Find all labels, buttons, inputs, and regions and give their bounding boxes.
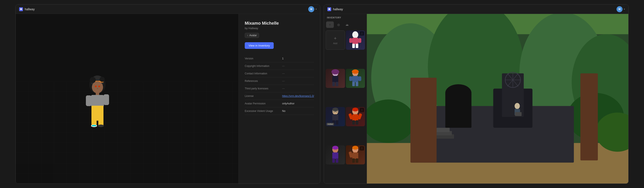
- svg-rect-11: [92, 115, 96, 125]
- inventory-item-4[interactable]: Active: [326, 107, 345, 126]
- view-inventory-button[interactable]: View in Inventory: [245, 42, 274, 49]
- svg-point-19: [100, 77, 105, 82]
- svg-rect-29: [332, 82, 335, 86]
- svg-point-20: [352, 31, 358, 38]
- svg-rect-50: [356, 120, 358, 125]
- info-value-0: 1: [282, 55, 314, 62]
- svg-rect-28: [332, 76, 338, 82]
- right-chevron-down-icon: ▾: [624, 8, 625, 10]
- inventory-panel: INVENTORY ↑ ◎ ⛰ + Add: [324, 14, 367, 184]
- item-7-more-icon[interactable]: ⋮: [360, 146, 364, 151]
- svg-point-32: [352, 69, 359, 74]
- avatar-tag-label: Avatar: [250, 34, 257, 37]
- right-window-title: hallway: [333, 7, 343, 11]
- info-table-row-0: Version1: [245, 55, 314, 62]
- svg-rect-24: [349, 38, 352, 43]
- inventory-item-3[interactable]: [346, 69, 365, 88]
- info-link-5[interactable]: https://vrm.dev/licenses/1.0/: [282, 95, 314, 98]
- svg-rect-49: [352, 120, 355, 125]
- svg-rect-45: [336, 120, 338, 125]
- svg-point-27: [332, 69, 339, 74]
- info-table-row-7: Excessive Violent UsageNo: [245, 107, 314, 115]
- svg-rect-30: [336, 82, 338, 86]
- titlebar-right-group: M ▾: [308, 6, 317, 12]
- info-table-row-6: Avatar PermissiononlyAuthor: [245, 100, 314, 107]
- inventory-item-2[interactable]: [326, 69, 345, 88]
- svg-rect-21: [352, 38, 358, 44]
- info-label-4: Third party licensses: [245, 85, 282, 92]
- svg-rect-36: [349, 76, 352, 81]
- person-icon: ↑: [247, 34, 248, 37]
- svg-point-14: [98, 125, 104, 127]
- info-table: Version1Copyright Information—Contact In…: [245, 55, 314, 115]
- right-titlebar: hallway M ▾: [324, 4, 628, 14]
- svg-point-82: [445, 84, 472, 102]
- left-window-title: hallway: [25, 7, 35, 11]
- svg-rect-9: [91, 95, 104, 107]
- svg-rect-34: [352, 82, 355, 86]
- info-label-7: Excessive Violent Usage: [245, 107, 282, 115]
- svg-point-7: [97, 88, 98, 89]
- logo-diamond: [20, 8, 22, 10]
- user-avatar-badge[interactable]: M: [308, 6, 314, 12]
- tab-upload[interactable]: ↑: [326, 21, 334, 28]
- avatar-figure-2: [327, 69, 344, 88]
- tab-landscape[interactable]: ⛰: [343, 21, 351, 28]
- info-value-5[interactable]: https://vrm.dev/licenses/1.0/: [282, 92, 314, 100]
- svg-rect-12: [98, 115, 104, 125]
- info-value-2: —: [282, 70, 314, 77]
- svg-rect-57: [336, 159, 338, 163]
- left-content-area: Mixamo Michelle by Hallway ↑ Avatar View…: [16, 14, 320, 184]
- inventory-tabs: ↑ ◎ ⛰: [324, 20, 367, 29]
- svg-rect-25: [358, 38, 361, 43]
- svg-rect-37: [358, 76, 361, 81]
- info-label-5: License: [245, 92, 282, 100]
- svg-point-4: [92, 81, 103, 93]
- item-1-more-icon[interactable]: ⋮: [360, 31, 364, 36]
- right-titlebar-left: hallway: [327, 7, 343, 11]
- svg-rect-17: [92, 125, 96, 126]
- svg-rect-43: [332, 114, 338, 121]
- right-app-window: hallway M ▾ INVENTORY ↑ ◎ ⛰ + Add: [324, 4, 628, 184]
- scene-svg: [367, 14, 628, 184]
- avatar-name: Mixamo Michelle: [245, 21, 314, 26]
- svg-point-90: [514, 103, 520, 109]
- info-table-row-5: Licensehttps://vrm.dev/licenses/1.0/: [245, 92, 314, 100]
- info-label-6: Avatar Permission: [245, 100, 282, 107]
- info-table-row-1: Copyright Information—: [245, 62, 314, 70]
- svg-rect-8: [96, 92, 99, 95]
- info-label-2: Contact Information: [245, 70, 282, 77]
- info-table-row-2: Contact Information—: [245, 70, 314, 77]
- inventory-item-7[interactable]: ⋮: [346, 145, 365, 165]
- info-label-3: References: [245, 77, 282, 85]
- inventory-item-6[interactable]: [326, 145, 345, 165]
- info-label-1: Copyright Information: [245, 62, 282, 70]
- active-badge: Active: [326, 123, 334, 125]
- svg-rect-62: [356, 159, 358, 163]
- avatar-tag: ↑ Avatar: [245, 33, 259, 38]
- tab-globe[interactable]: ◎: [335, 21, 342, 28]
- titlebar-left-group: hallway: [19, 7, 35, 11]
- info-table-row-4: Third party licensses—: [245, 85, 314, 92]
- svg-rect-60: [352, 152, 358, 159]
- inventory-item-5[interactable]: ⋮: [346, 107, 365, 126]
- avatar-figure-3: [347, 69, 364, 88]
- avatar-author: by Hallway: [245, 26, 314, 30]
- right-user-avatar-badge[interactable]: M: [616, 6, 622, 12]
- left-titlebar: hallway M ▾: [16, 4, 320, 14]
- add-label: Add: [333, 42, 338, 45]
- inventory-grid: + Add ⋮: [324, 29, 367, 184]
- svg-rect-0: [16, 82, 238, 184]
- info-value-3: —: [282, 77, 314, 85]
- inventory-item-1[interactable]: ⋮: [346, 30, 365, 50]
- svg-point-18: [90, 77, 96, 83]
- inventory-title: INVENTORY: [324, 14, 367, 20]
- svg-rect-48: [352, 114, 358, 121]
- add-item-button[interactable]: + Add: [326, 30, 345, 50]
- svg-rect-16: [104, 94, 109, 105]
- item-5-more-icon[interactable]: ⋮: [360, 108, 364, 112]
- svg-point-54: [332, 146, 338, 150]
- avatar-figure-6: [327, 145, 344, 165]
- svg-rect-22: [352, 44, 355, 48]
- chevron-down-icon: ▾: [316, 8, 317, 10]
